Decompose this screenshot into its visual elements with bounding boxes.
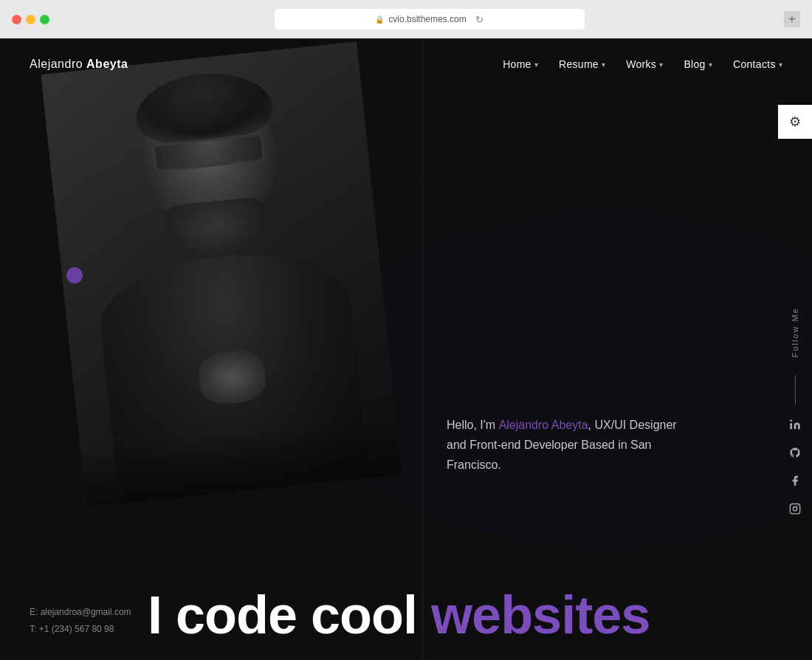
chevron-down-icon: ▾: [659, 61, 663, 69]
social-sidebar: Follow Me: [787, 307, 812, 517]
nav-item-contacts[interactable]: Contacts ▾: [733, 58, 782, 70]
contact-info: E: alejandroa@gmail.com T: +1 (234) 567 …: [30, 604, 131, 638]
facebook-icon[interactable]: [787, 472, 803, 489]
hero-photo-frame: [41, 41, 402, 508]
portrait-image: [41, 41, 402, 508]
chevron-down-icon: ▾: [779, 61, 782, 69]
nav-works-label: Works: [626, 58, 656, 70]
social-divider-line: [795, 375, 796, 405]
follow-me-label: Follow Me: [791, 307, 799, 357]
phone-value: +1 (234) 567 80 98: [39, 624, 114, 634]
linkedin-icon[interactable]: [787, 416, 803, 433]
traffic-lights: [12, 15, 49, 24]
intro-name: Alejandro Abeyta: [499, 419, 588, 431]
nav-item-works[interactable]: Works ▾: [626, 58, 663, 70]
chevron-down-icon: ▾: [602, 61, 605, 69]
svg-point-0: [790, 420, 792, 422]
intro-text: Hello, I'm Alejandro Abeyta, UX/UI Desig…: [447, 415, 683, 475]
chevron-down-icon: ▾: [709, 61, 712, 69]
close-button[interactable]: [12, 15, 21, 24]
nav-resume-label: Resume: [559, 58, 599, 70]
intro-prefix: Hello, I'm: [447, 419, 499, 431]
browser-chrome: 🔒 cvio.bslthemes.com ↻ +: [0, 0, 812, 38]
logo-first-name: Alejandro: [30, 58, 86, 70]
maximize-button[interactable]: [40, 15, 49, 24]
portrait-light: [41, 41, 402, 508]
vertical-divider: [422, 38, 423, 660]
headline-highlight: websites: [431, 585, 650, 644]
headline-plain: I code cool: [148, 585, 431, 644]
svg-point-3: [797, 506, 798, 506]
chevron-down-icon: ▾: [534, 61, 538, 69]
settings-button[interactable]: ⚙: [778, 105, 812, 139]
big-headline: I code cool websites: [148, 585, 650, 645]
github-icon[interactable]: [787, 444, 803, 461]
svg-point-2: [793, 507, 796, 511]
phone-label: T:: [30, 624, 36, 634]
nav-home-label: Home: [503, 58, 531, 70]
main-nav: Home ▾ Resume ▾ Works ▾ Blog ▾ Contacts …: [503, 58, 782, 70]
url-text: cvio.bslthemes.com: [388, 14, 466, 24]
address-bar[interactable]: 🔒 cvio.bslthemes.com ↻: [275, 9, 585, 30]
email-value: alejandroa@gmail.com: [41, 607, 131, 617]
svg-rect-1: [790, 504, 799, 514]
intro-paragraph: Hello, I'm Alejandro Abeyta, UX/UI Desig…: [447, 415, 683, 475]
email-label: E:: [30, 607, 38, 617]
reload-icon[interactable]: ↻: [475, 14, 484, 25]
new-tab-button[interactable]: +: [784, 11, 800, 27]
nav-item-resume[interactable]: Resume ▾: [559, 58, 605, 70]
gear-icon: ⚙: [789, 114, 801, 130]
instagram-icon[interactable]: [787, 501, 803, 517]
phone-line: T: +1 (234) 567 80 98: [30, 621, 131, 638]
site-wrapper: Alejandro Abeyta Home ▾ Resume ▾ Works ▾…: [0, 38, 812, 660]
nav-item-home[interactable]: Home ▾: [503, 58, 538, 70]
logo-last-name: Abeyta: [86, 58, 128, 70]
lock-icon: 🔒: [375, 16, 384, 24]
purple-dot-decoration: [66, 267, 83, 283]
site-header: Alejandro Abeyta Home ▾ Resume ▾ Works ▾…: [0, 38, 812, 90]
nav-blog-label: Blog: [684, 58, 705, 70]
minimize-button[interactable]: [26, 15, 35, 24]
site-logo: Alejandro Abeyta: [30, 58, 128, 71]
email-line: E: alejandroa@gmail.com: [30, 604, 131, 621]
nav-item-blog[interactable]: Blog ▾: [684, 58, 712, 70]
nav-contacts-label: Contacts: [733, 58, 776, 70]
